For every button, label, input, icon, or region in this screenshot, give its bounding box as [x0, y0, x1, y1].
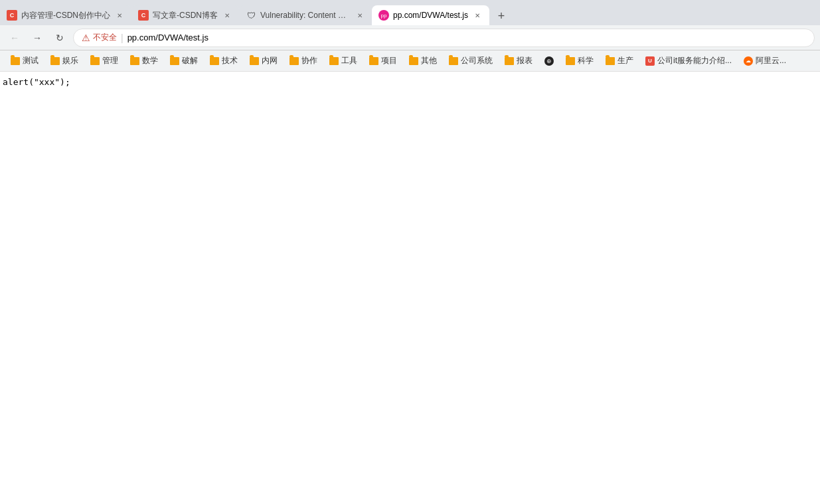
folder-icon-16 — [606, 57, 615, 65]
bookmark-label-12: 公司系统 — [461, 55, 493, 66]
security-label: 不安全 — [93, 32, 117, 43]
tab-close-4[interactable]: ✕ — [472, 10, 483, 21]
security-warning: ⚠ 不安全 — [82, 32, 117, 43]
folder-icon-4 — [130, 57, 139, 65]
folder-icon-15 — [566, 57, 575, 65]
new-tab-button[interactable]: + — [492, 7, 511, 25]
folder-icon-3 — [90, 57, 100, 65]
tab-title-2: 写文章-CSDN博客 — [153, 10, 218, 21]
bookmark-xiangmu[interactable]: 项目 — [364, 52, 402, 69]
bookmark-label-8: 协作 — [301, 55, 317, 66]
bookmarks-bar: 测试 娱乐 管理 数学 破解 技术 内网 协作 — [0, 50, 820, 72]
bookmark-label-15: 科学 — [578, 55, 594, 66]
bookmark-gongsixitong[interactable]: 公司系统 — [444, 52, 498, 69]
bookmark-yule[interactable]: 娱乐 — [45, 52, 84, 69]
bookmark-label-4: 数学 — [142, 55, 158, 66]
bookmark-neiwang[interactable]: 内网 — [244, 52, 283, 69]
tab-favicon-4: pp — [378, 10, 389, 21]
browser-chrome: C 内容管理-CSDN创作中心 ✕ C 写文章-CSDN博客 ✕ 🛡 Vulne… — [0, 0, 820, 72]
bookmark-label-18: 阿里云... — [756, 55, 786, 66]
tab-close-1[interactable]: ✕ — [114, 10, 125, 21]
address-url: pp.com/DVWA/test.js — [127, 33, 208, 42]
tab-close-2[interactable]: ✕ — [222, 10, 232, 21]
bookmark-jishu[interactable]: 技术 — [205, 52, 243, 69]
bookmark-label-1: 测试 — [23, 55, 39, 66]
bookmark-shuxue[interactable]: 数学 — [125, 52, 163, 69]
folder-icon-7 — [250, 57, 259, 65]
tab-favicon-3: 🛡 — [246, 10, 256, 21]
bookmark-label-17: 公司it服务能力介绍... — [657, 55, 732, 66]
bookmark-label-7: 内网 — [262, 55, 278, 66]
folder-icon-13 — [505, 57, 514, 65]
bookmark-shengchan[interactable]: 生产 — [600, 52, 639, 69]
u-icon: U — [645, 56, 655, 66]
bookmark-pojie[interactable]: 破解 — [165, 52, 203, 69]
tab-title-1: 内容管理-CSDN创作中心 — [21, 10, 110, 21]
tab-csdn-content[interactable]: C 内容管理-CSDN创作中心 ✕ — [0, 5, 131, 25]
bookmark-gongju[interactable]: 工具 — [324, 52, 363, 69]
bookmark-label-6: 技术 — [222, 55, 238, 66]
folder-icon-10 — [369, 57, 378, 65]
bookmark-aliyun[interactable]: ☁ 阿里云... — [738, 52, 791, 69]
address-separator: | — [121, 33, 123, 43]
csdn-icon-1: C — [7, 10, 17, 21]
csdn-icon-2: C — [138, 10, 149, 21]
bookmark-kexue[interactable]: 科学 — [560, 52, 599, 69]
back-button[interactable]: ← — [5, 29, 24, 47]
bookmark-baobiao[interactable]: 报表 — [499, 52, 538, 69]
bookmark-earth[interactable]: ⊕ — [539, 54, 559, 68]
folder-icon-9 — [329, 57, 339, 65]
bookmark-xiezuo[interactable]: 协作 — [284, 52, 323, 69]
tab-title-4: pp.com/DVWA/test.js — [393, 11, 468, 20]
tab-favicon-1: C — [7, 10, 17, 21]
ali-icon: ☁ — [744, 56, 753, 66]
address-bar-row: ← → ↻ ⚠ 不安全 | pp.com/DVWA/test.js — [0, 25, 820, 50]
warning-icon: ⚠ — [82, 33, 90, 43]
shield-icon-3: 🛡 — [246, 10, 256, 21]
tab-close-3[interactable]: ✕ — [355, 10, 365, 21]
bookmark-label-5: 破解 — [182, 55, 198, 66]
folder-icon-2 — [50, 57, 60, 65]
pink-icon-4: pp — [378, 10, 389, 21]
bookmark-label-16: 生产 — [617, 55, 633, 66]
bookmark-company-it[interactable]: U 公司it服务能力介绍... — [640, 52, 737, 69]
tab-bar: C 内容管理-CSDN创作中心 ✕ C 写文章-CSDN博客 ✕ 🛡 Vulne… — [0, 0, 820, 25]
bookmark-label-2: 娱乐 — [62, 55, 78, 66]
bookmark-label-13: 报表 — [517, 55, 533, 66]
tab-favicon-2: C — [138, 10, 149, 21]
folder-icon-8 — [289, 57, 299, 65]
page-code: alert("xxx"); — [3, 77, 70, 87]
tab-title-3: Vulnerability: Content Security... — [260, 11, 351, 20]
bookmark-label-11: 其他 — [421, 55, 437, 66]
folder-icon-11 — [409, 57, 418, 65]
tab-testjs[interactable]: pp pp.com/DVWA/test.js ✕ — [372, 5, 489, 25]
folder-icon-5 — [170, 57, 179, 65]
bookmark-label-10: 项目 — [381, 55, 397, 66]
folder-icon-12 — [449, 57, 458, 65]
bookmark-ceshi[interactable]: 测试 — [5, 52, 44, 69]
folder-icon-6 — [210, 57, 219, 65]
page-content: alert("xxx"); — [0, 72, 820, 470]
earth-icon: ⊕ — [544, 56, 554, 66]
bookmark-label-9: 工具 — [341, 55, 357, 66]
tab-vulnerability[interactable]: 🛡 Vulnerability: Content Security... ✕ — [239, 5, 372, 25]
address-bar[interactable]: ⚠ 不安全 | pp.com/DVWA/test.js — [73, 29, 815, 47]
folder-icon-1 — [11, 57, 20, 65]
bookmark-label-3: 管理 — [102, 55, 118, 66]
bookmark-qita[interactable]: 其他 — [404, 52, 442, 69]
bookmark-guanli[interactable]: 管理 — [85, 52, 123, 69]
reload-button[interactable]: ↻ — [50, 29, 69, 47]
forward-button[interactable]: → — [28, 29, 46, 47]
tab-csdn-write[interactable]: C 写文章-CSDN博客 ✕ — [131, 5, 239, 25]
